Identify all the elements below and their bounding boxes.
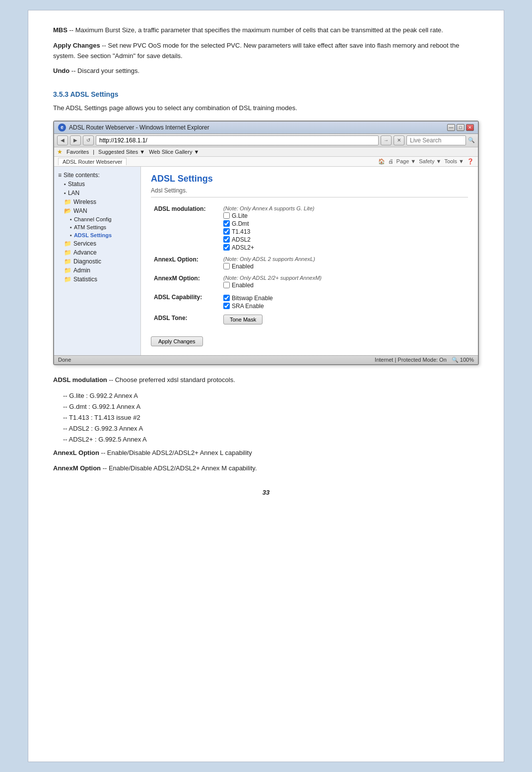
sidebar-label-status: Status: [68, 181, 85, 188]
bitswap-checkbox[interactable]: [223, 295, 230, 301]
address-toolbar: ◀ ▶ ↺ → ✕ 🔍: [54, 134, 478, 147]
section-description: The ADSL Settings page allows you to sel…: [53, 103, 479, 114]
refresh-button[interactable]: ↺: [83, 135, 94, 145]
sidebar-label-diagnostic: Diagnostic: [73, 258, 101, 265]
adsl-subtitle: Adsl Settings.: [151, 187, 468, 197]
bitswap-row: Bitswap Enable: [223, 295, 465, 302]
tone-mask-button[interactable]: Tone Mask: [223, 315, 263, 324]
gdmt-checkbox[interactable]: [223, 220, 230, 227]
sidebar-label-wireless: Wireless: [73, 198, 96, 205]
tone-label: ADSL Tone:: [151, 313, 220, 326]
annexl-bottom-para: AnnexL Option -- Enable/Disable ADSL2/AD…: [53, 448, 479, 458]
undo-label: Undo: [53, 67, 69, 74]
sidebar-item-wan[interactable]: 📂 WAN: [54, 206, 140, 215]
status-right: Internet | Protected Mode: On 🔍 100%: [375, 357, 474, 363]
folder-icon-diagnostic: 📁: [64, 258, 71, 265]
forward-button[interactable]: ▶: [70, 135, 81, 145]
folder-icon-services: 📁: [64, 240, 71, 247]
sidebar-item-wireless[interactable]: 📁 Wireless: [54, 197, 140, 206]
annexl-enabled-row: Enabled: [223, 263, 465, 270]
annexl-row: AnnexL Option: (Note: Only ADSL 2 suppor…: [151, 254, 468, 273]
annexm-checkbox[interactable]: [223, 282, 230, 288]
print-icon[interactable]: 🖨: [388, 158, 394, 164]
favorites-bar: ★ Favorites | Suggested Sites ▼ Web Slic…: [54, 147, 478, 157]
search-icon: 🔍: [468, 137, 475, 143]
stop-button[interactable]: ✕: [394, 135, 404, 145]
close-button[interactable]: ✕: [466, 124, 474, 131]
nav-toolbar: ADSL Router Webserver 🏠 🖨 Page ▼ Safety …: [54, 157, 478, 167]
search-input[interactable]: [406, 135, 466, 145]
help-icon[interactable]: ❓: [467, 158, 474, 165]
home-icon[interactable]: 🏠: [378, 158, 385, 165]
mbs-desc: -- Maximum Burst Size, a traffic paramet…: [69, 26, 443, 34]
apply-btn-container: Apply Changes: [151, 331, 468, 346]
ie-icon: e: [58, 124, 66, 131]
toolbar-right: 🏠 🖨 Page ▼ Safety ▼ Tools ▼ ❓: [378, 158, 474, 165]
sidebar-item-lan[interactable]: ▪ LAN: [54, 189, 140, 197]
glite-checkbox[interactable]: [223, 212, 230, 219]
go-button[interactable]: →: [381, 135, 392, 145]
modulation-row: ADSL modulation: (Note: Only Annex A sup…: [151, 203, 468, 254]
web-slice[interactable]: Web Slice Gallery ▼: [149, 149, 199, 155]
back-button[interactable]: ◀: [57, 135, 68, 145]
apply-paragraph: Apply Changes -- Set new PVC OoS mode fo…: [53, 41, 479, 62]
zoom-level: 🔍 100%: [452, 357, 474, 363]
annexl-options: (Note: Only ADSL 2 supports AnnexL) Enab…: [220, 254, 468, 273]
sra-checkbox[interactable]: [223, 303, 230, 309]
folder-icon-wireless: 📁: [64, 198, 71, 205]
annexl-label: AnnexL Option:: [151, 254, 220, 273]
safety-menu[interactable]: Safety ▼: [419, 158, 441, 164]
address-bar[interactable]: [96, 135, 379, 145]
apply-changes-button[interactable]: Apply Changes: [151, 336, 203, 346]
annexm-note: (Note: Only ADSL 2/2+ support AnnexM): [223, 275, 465, 281]
t1413-checkbox[interactable]: [223, 228, 230, 235]
restore-button[interactable]: □: [457, 124, 465, 131]
adsl2plus-checkbox[interactable]: [223, 244, 230, 251]
bullet-adsl2: -- ADSL2 : G.992.3 Annex A: [63, 423, 479, 434]
bullet-gdmt: -- G.dmt : G.992.1 Annex A: [63, 401, 479, 412]
annexm-bottom-para: AnnexM Option -- Enable/Disable ADSL2/AD…: [53, 463, 479, 474]
doc-icon-atm: ▪: [70, 224, 72, 230]
sidebar-item-diagnostic[interactable]: 📁 Diagnostic: [54, 257, 140, 266]
sidebar-label-statistics: Statistics: [73, 276, 97, 283]
folder-icon-advance: 📁: [64, 249, 71, 256]
t1413-label: T1.413: [232, 228, 250, 235]
capability-row: ADSL Capability: Bitswap Enable SRA Enab…: [151, 292, 468, 313]
annexl-checkbox[interactable]: [223, 263, 230, 269]
sra-label: SRA Enable: [232, 303, 264, 310]
annexl-bottom-desc: -- Enable/Disable ADSL2/ADSL2+ Annex L c…: [101, 449, 252, 456]
mbs-paragraph: MBS -- Maximum Burst Size, a traffic par…: [53, 25, 479, 36]
annexm-enabled-row: Enabled: [223, 282, 465, 289]
bullet-adsl2plus: -- ADSL2+ : G.992.5 Annex A: [63, 434, 479, 445]
gdmt-label: G.Dmt: [232, 220, 249, 227]
modulation-options: (Note: Only Annex A supports G. Lite) G.…: [220, 203, 468, 254]
undo-desc: -- Discard your settings.: [71, 67, 139, 74]
star-icon: ★: [57, 148, 63, 155]
annexm-options: (Note: Only ADSL 2/2+ support AnnexM) En…: [220, 273, 468, 292]
sidebar-item-channel-config[interactable]: ▪ Channel Config: [54, 215, 140, 223]
annexl-enabled-label: Enabled: [232, 263, 254, 270]
sidebar-item-statistics[interactable]: 📁 Statistics: [54, 275, 140, 284]
sidebar-item-atm[interactable]: ▪ ATM Settings: [54, 223, 140, 231]
page-menu[interactable]: Page ▼: [397, 158, 416, 164]
tools-menu[interactable]: Tools ▼: [444, 158, 464, 164]
suggested-sites[interactable]: Suggested Sites ▼: [98, 149, 145, 155]
folder-icon-wan: 📂: [64, 207, 71, 214]
modulation-bottom-label: ADSL modulation: [53, 376, 107, 384]
browser-titlebar: e ADSL Router Webserver - Windows Intern…: [54, 122, 478, 134]
sidebar-item-admin[interactable]: 📁 Admin: [54, 266, 140, 275]
adsl2-checkbox[interactable]: [223, 236, 230, 243]
sidebar-item-advance[interactable]: 📁 Advance: [54, 248, 140, 257]
main-content: ADSL Settings Adsl Settings. ADSL modula…: [141, 167, 478, 355]
sidebar-item-adsl[interactable]: ▪ ADSL Settings: [54, 231, 140, 239]
status-text: Done: [58, 357, 71, 363]
modulation-bottom-desc: -- Choose preferred xdsl standard protoc…: [109, 376, 235, 384]
sidebar-label-adsl: ADSL Settings: [74, 232, 112, 238]
active-tab[interactable]: ADSL Router Webserver: [58, 158, 127, 165]
minimize-button[interactable]: —: [447, 124, 455, 131]
doc-icon-adsl: ▪: [70, 232, 72, 238]
favorites-label[interactable]: Favorites: [66, 149, 89, 155]
sidebar-item-status[interactable]: ▪ Status: [54, 180, 140, 189]
sidebar-item-services[interactable]: 📁 Services: [54, 239, 140, 248]
t1413-row: T1.413: [223, 228, 465, 235]
